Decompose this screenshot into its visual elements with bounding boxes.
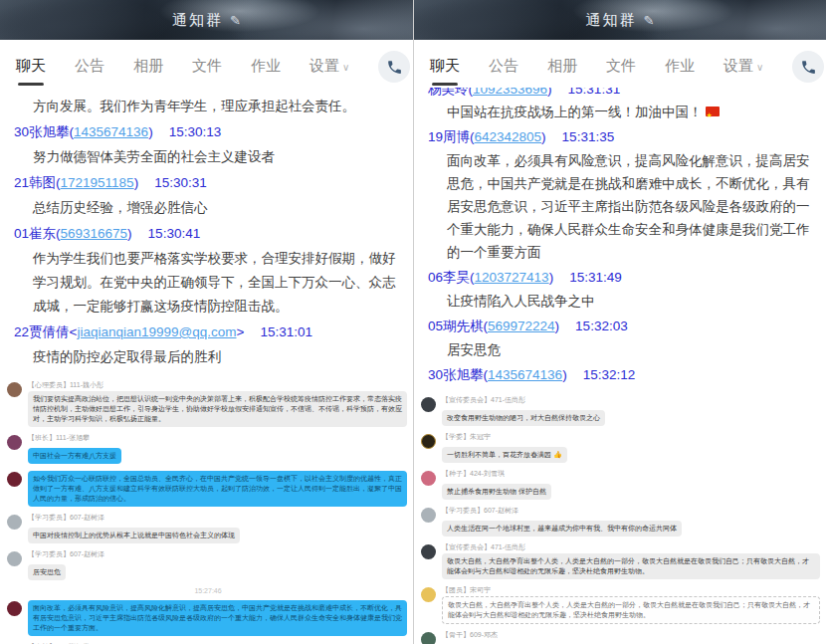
chevron-down-icon: ∨ [756,62,763,73]
message-time: 15:32:03 [575,319,628,333]
sender-line: 21韩图172195118515:30:31 [14,171,403,195]
tab-chat[interactable]: 聊天 [16,57,46,86]
list-item: 面向改革，必须具有风险意识，提高风险化解意识，提高居安思危，中国共产党就是在挑战… [7,600,409,636]
message-time: 15:32:12 [583,367,636,382]
avatar [7,515,22,530]
tab-homework[interactable]: 作业 [251,57,281,86]
qq-number-link[interactable]: 1435674136 [74,124,148,139]
chat-message: 面向改革，必须具有风险意识，提高风险化解意识，提高居安思危，中国共产党就是在挑战… [428,149,816,264]
phone-icon [800,59,817,76]
qq-number-link[interactable]: 1721951185 [61,175,134,190]
chat-message: 总结历史经验，增强必胜信心 [14,196,403,220]
chat-window-right: 通知群 ✎ 聊天 公告 相册 文件 作业 设置∨ 杨美玲109235369615… [413,0,826,644]
qq-number-link[interactable]: 569316675 [61,226,128,241]
avatar [421,508,436,523]
avatar [421,632,436,644]
edit-title-icon[interactable]: ✎ [644,13,655,28]
list-item: 【种子】424-刘雪琪 禁止捕杀食用野生动物 保护自然 [421,470,822,500]
chat-bubble: 居安思危 [28,564,66,580]
avatar [7,551,22,566]
mini-sender-name: 【学习委员】607-赵树泽 [28,514,407,522]
message-time: 15:31:35 [562,129,615,144]
qq-number-link[interactable]: 1435674136 [488,367,562,382]
list-item: 【班长】111-张旭攀 中国社会一方有难八方支援 [7,434,409,464]
group-header: 通知群 ✎ [0,0,413,40]
list-item: 【学习委员】607-赵树泽 中国对疫情控制上的优势从根本上说就是中国特色社会主义… [7,514,409,543]
avatar [421,434,436,449]
tab-settings[interactable]: 设置∨ [310,57,349,86]
mini-sender-name: 【宣传委员会】471-伍尚彤 [442,543,820,551]
chat-window-left: 通知群 ✎ 聊天 公告 相册 文件 作业 设置∨ 方向发展。我们作为青年学生，理… [0,0,413,644]
list-item: 【学习委员】607-赵树泽 居安思危 [7,550,409,580]
qq-number-link[interactable]: 1092353696 [473,88,547,97]
chat-log: 方向发展。我们作为青年学生，理应承担起社会责任。 30张旭攀1435674136… [0,88,413,371]
chat-message: 中国站在抗疫战场上的第一线！加油中国！ [428,101,816,123]
chat-message: 让疫情陷入人民战争之中 [428,290,816,313]
chat-bubble: 一切胜利不简单，百花齐放春满园 👍 [442,447,567,463]
avatar [7,382,22,397]
list-item: 【骨干】609-邓杰 人类是一个命运共同体，要深化全球协作共同应对危机。 [421,631,822,644]
chat-timestamp: 15:27:46 [7,587,409,594]
tab-settings[interactable]: 设置∨ [723,57,763,86]
chevron-down-icon: ∨ [342,62,349,73]
chat-bubble: 中国对疫情控制上的优势从根本上说就是中国特色社会主义的体现 [28,528,240,543]
mini-sender-name: 【学习委员】607-赵树泽 [28,550,407,558]
qq-number-link[interactable]: 642342805 [475,129,542,144]
chat-message: 努力做德智体美劳全面的社会主义建设者 [14,145,403,169]
embedded-chat-screenshot: 【宣传委员会】471-伍尚彤 改变食用野生动物的陋习，对大自然保持敬畏之心 【学… [414,386,826,644]
tab-announcement[interactable]: 公告 [75,57,104,86]
chat-message: 方向发展。我们作为青年学生，理应承担起社会责任。 [14,95,403,118]
chat-message: 作为学生我们也要严格落实学校要求，合理安排好假期，做好学习规划。在党中央的正确领… [14,247,403,319]
voice-call-button[interactable] [792,51,824,83]
avatar [421,471,436,486]
chat-log: 杨美玲109235369615:31:31 中国站在抗疫战场上的第一线！加油中国… [414,88,826,386]
tab-album[interactable]: 相册 [133,57,163,86]
sender-line: 30张旭攀143567413615:30:13 [14,120,403,144]
avatar [421,397,436,412]
qq-number-link[interactable]: 569972224 [488,319,555,333]
chat-message: 居安思危 [428,338,816,361]
chat-bubble: 改变食用野生动物的陋习，对大自然保持敬畏之心 [442,410,605,426]
message-time: 15:30:31 [154,175,207,190]
mini-sender-name: 【骨干】609-邓杰 [442,631,820,639]
edit-title-icon[interactable]: ✎ [230,13,241,28]
message-time: 15:30:41 [148,226,201,241]
avatar [421,544,436,559]
group-header: 通知群 ✎ [414,0,826,40]
chat-bubble: 面向改革，必须具有风险意识，提高风险化解意识，提高居安思危，中国共产党就是在挑战… [28,600,407,636]
chat-bubble: 我们要切实提高政治站位，把思想认识统一到党中央的决策部署上来，积极配合学校统筹疫… [28,391,407,427]
list-item: 【心理委员】111-魏小彤 我们要切实提高政治站位，把思想认识统一到党中央的决策… [7,381,409,427]
tab-bar: 聊天 公告 相册 文件 作业 设置∨ [0,40,413,88]
tab-files[interactable]: 文件 [192,57,222,86]
sender-line: 19周博64234280515:31:35 [428,125,816,148]
tab-homework[interactable]: 作业 [665,57,695,86]
sender-line: 01崔东56931667515:30:41 [14,222,403,246]
chat-message: 疫情的防控必定取得最后的胜利 [14,345,403,369]
list-item: 【学委】朱冠宇 一切胜利不简单，百花齐放春满园 👍 [421,433,822,463]
mini-sender-name: 【班长】111-张旭攀 [28,434,407,442]
chat-bubble: 敬畏大自然，大自然孕育出整个人类，人类是大自然的一部分，敬畏大自然就是在敬畏我们… [442,553,820,579]
voice-call-button[interactable] [378,51,410,83]
list-item: 【宣传委员会】471-伍尚彤 改变食用野生动物的陋习，对大自然保持敬畏之心 [421,396,822,426]
tab-bar: 聊天 公告 相册 文件 作业 设置∨ [414,40,826,88]
sender-line: 06李昊120372741315:31:49 [428,266,816,289]
message-time: 15:31:31 [568,88,621,97]
qq-number-link[interactable]: 1203727413 [475,270,549,285]
quoted-chat-bubble: 敬畏大自然，大自然孕育出整个人类，人类是大自然的一部分，敬畏大自然就是在敬畏我们… [442,596,820,624]
tab-files[interactable]: 文件 [606,57,636,86]
avatar [7,435,22,450]
email-link[interactable]: jiaqianqian19999@qq.com [77,324,236,339]
chat-bubble: 人类生活在同一个地球村里，越来越成为你中有我、我中有你的命运共同体 [442,521,682,537]
avatar [421,587,436,602]
sender-line: 30张旭攀143567413615:32:12 [428,363,816,386]
message-time: 15:30:13 [169,124,222,139]
chat-bubble: 中国社会一方有难八方支援 [28,448,121,464]
mini-sender-name: 【团员】宋司宇 [442,586,820,594]
tab-chat[interactable]: 聊天 [430,57,460,86]
tab-announcement[interactable]: 公告 [489,57,518,86]
clipped-sender-line: 杨美玲109235369615:31:31 [428,88,816,100]
tab-album[interactable]: 相册 [547,57,577,86]
mini-sender-name: 【心理委员】111-魏小彤 [28,381,407,389]
mini-sender-name: 【学委】朱冠宇 [442,433,820,441]
group-title: 通知群 [586,11,637,30]
